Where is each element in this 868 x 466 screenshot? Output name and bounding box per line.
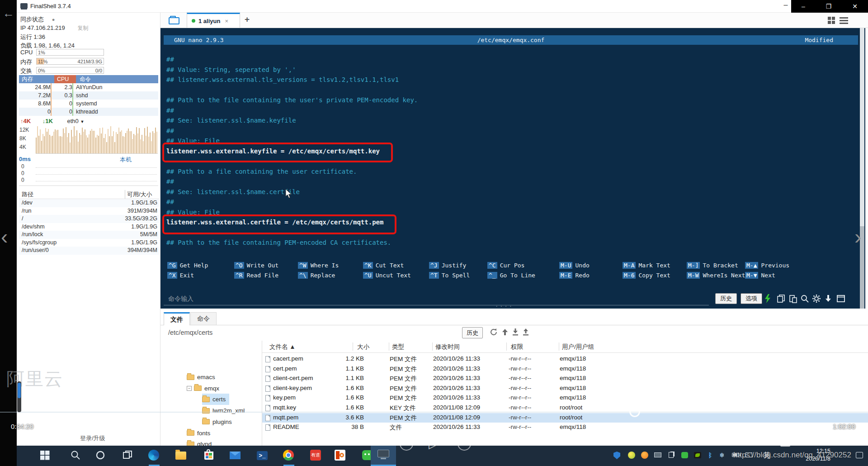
terminal-history-button[interactable]: 历史 xyxy=(715,293,737,304)
upload-file-icon[interactable] xyxy=(522,328,531,337)
wechat-tray-tray-icon[interactable] xyxy=(681,452,689,459)
bluetooth-tray-icon[interactable]: ᛒ xyxy=(707,452,714,459)
close-tab-icon[interactable]: × xyxy=(225,18,228,24)
speaker-icon[interactable] xyxy=(18,434,31,446)
video-progress-line[interactable] xyxy=(0,412,868,413)
terminal-options-button[interactable]: 选项 xyxy=(741,293,762,304)
tree-item-lwm2m_xml[interactable]: lwm2m_xml xyxy=(202,405,248,416)
image-icon[interactable] xyxy=(780,439,790,447)
layout-list-icon[interactable] xyxy=(840,17,848,24)
mem-label: 内存 xyxy=(20,58,32,66)
video-progress-handle[interactable] xyxy=(629,406,640,417)
terminal-scrollbar[interactable] xyxy=(860,28,864,309)
interface-select[interactable]: eth0 ▼ xyxy=(67,118,85,124)
search-icon[interactable] xyxy=(70,450,82,462)
file-row-client-cert.pem[interactable]: client-cert.pem1.1 KBPEM 文件2020/10/26 11… xyxy=(262,374,868,384)
notification-center-icon[interactable] xyxy=(856,452,863,458)
tree-item-emacs[interactable]: emacs xyxy=(187,371,219,383)
volume-slider[interactable] xyxy=(17,381,21,412)
finalshell-taskbar-active[interactable] xyxy=(371,446,396,466)
refresh-icon[interactable] xyxy=(490,328,499,337)
comment-line: ## xyxy=(166,105,418,116)
path-history-button[interactable]: 历史 xyxy=(462,327,483,338)
explorer-icon[interactable] xyxy=(175,450,188,462)
nvidia-tray-icon[interactable] xyxy=(694,452,702,459)
net-bar xyxy=(64,133,65,153)
shield-tray-icon[interactable] xyxy=(613,452,621,459)
play-button[interactable]: ▷ xyxy=(429,437,438,451)
column-header[interactable]: 修改时间 xyxy=(435,343,460,351)
pencil-icon[interactable]: ✎ xyxy=(746,437,754,448)
nano-shortcut: ^JJustify xyxy=(429,262,487,271)
search-icon[interactable] xyxy=(800,294,810,303)
chrome-icon[interactable] xyxy=(283,450,295,462)
tree-item-certs[interactable]: certs xyxy=(202,394,229,405)
lightning-icon[interactable] xyxy=(764,294,774,303)
player-minimize-icon[interactable]: – xyxy=(802,3,805,10)
upload-rate: ↑4K xyxy=(20,118,31,124)
session-tab-aliyun[interactable]: 1 aliyun × xyxy=(187,13,240,28)
tencent-video-tray-icon[interactable] xyxy=(641,452,649,459)
column-header[interactable]: 文件名 ▲ xyxy=(269,343,296,351)
file-row-cert.pem[interactable]: cert.pem1.1 KBPEM 文件2020/10/26 11:33-rw-… xyxy=(262,364,868,374)
new-tab-button[interactable]: + xyxy=(245,14,250,24)
download-arrow-icon[interactable] xyxy=(824,294,834,303)
more-icon[interactable]: ··· xyxy=(856,440,865,447)
file-row-client-key.pem[interactable]: client-key.pem1.6 KBPEM 文件2020/10/26 11:… xyxy=(262,384,868,394)
office-icon[interactable] xyxy=(335,450,347,462)
copy-ip-link[interactable]: 复制 xyxy=(77,25,88,31)
net-bar xyxy=(94,131,95,153)
paste-icon[interactable] xyxy=(788,294,798,303)
back-arrow-icon[interactable]: ← xyxy=(3,6,14,20)
login-upgrade-link[interactable]: 登录/升级 xyxy=(80,434,105,442)
net-bar xyxy=(147,127,148,153)
prev-chevron-icon[interactable]: ‹ xyxy=(1,224,8,249)
file-row-mqtt.pem[interactable]: mqtt.pem3.6 KBPEM 文件2020/11/08 12:09-rw-… xyxy=(262,413,868,423)
command-input[interactable]: 命令输入 xyxy=(168,295,193,303)
column-header[interactable]: 用户/用户组 xyxy=(562,343,594,351)
collapse-icon[interactable]: − xyxy=(187,386,192,391)
file-row-cacert.pem[interactable]: cacert.pem1.2 KBPEM 文件2020/10/26 11:33-r… xyxy=(262,354,868,364)
display-tray-icon[interactable] xyxy=(654,452,662,459)
gear-icon[interactable] xyxy=(812,294,822,303)
tree-item-plugins[interactable]: plugins xyxy=(202,416,236,428)
next-chevron-icon[interactable]: › xyxy=(854,224,861,249)
tree-item-emqx[interactable]: −emqx xyxy=(187,383,223,394)
snowflake-tray-icon[interactable]: ❄ xyxy=(718,452,726,459)
file-row-README[interactable]: README38 B文件2020/10/26 11:33-rw-r--r--em… xyxy=(262,423,868,433)
store-icon[interactable] xyxy=(203,450,215,462)
up-directory-icon[interactable] xyxy=(501,328,510,337)
download-file-icon[interactable] xyxy=(511,328,520,337)
column-header[interactable]: 类型 xyxy=(392,343,404,351)
skip-back-button[interactable]: 10 xyxy=(400,437,413,451)
skip-forward-button[interactable]: 30 xyxy=(458,437,471,451)
path-input[interactable]: /etc/emqx/certs xyxy=(168,329,212,336)
player-close-icon[interactable]: ✕ xyxy=(852,3,858,10)
column-header[interactable]: 权限 xyxy=(511,343,523,351)
clipboard-tray-icon[interactable] xyxy=(668,452,675,459)
tab-files[interactable]: 文件 xyxy=(164,312,190,325)
tree-item-glvnd[interactable]: glvnd xyxy=(187,438,215,446)
file-row-key.pem[interactable]: key.pem1.6 KBPEM 文件2020/10/26 11:33-rw-r… xyxy=(262,393,868,403)
mail-icon[interactable] xyxy=(230,450,242,462)
edge-icon[interactable] xyxy=(148,450,160,462)
window-icon[interactable] xyxy=(836,294,846,303)
tree-item-fonts[interactable]: fonts xyxy=(187,428,214,439)
copy-icon[interactable] xyxy=(777,294,787,303)
player-restore-icon[interactable]: ❐ xyxy=(826,3,832,10)
task-view-icon[interactable] xyxy=(122,450,134,462)
volume-thumb[interactable] xyxy=(18,383,21,398)
cortana-icon[interactable] xyxy=(95,450,107,462)
player-window-controls[interactable]: – ❐ ✕ xyxy=(791,0,868,13)
column-header[interactable]: 大小 xyxy=(357,343,369,351)
minimize-button[interactable]: – xyxy=(780,1,792,11)
layout-grid-icon[interactable] xyxy=(828,17,835,24)
qq-music-tray-icon[interactable] xyxy=(628,452,636,459)
open-connections-button[interactable] xyxy=(165,14,185,27)
comment-icon[interactable] xyxy=(42,436,54,445)
terminal[interactable]: GNU nano 2.9.3 /etc/emqx/emqx.conf Modif… xyxy=(160,28,865,309)
powershell-icon[interactable]: >_ xyxy=(257,450,269,462)
youdao-icon[interactable]: 有道 xyxy=(310,450,322,462)
tab-commands[interactable]: 命令 xyxy=(190,312,217,325)
start-icon[interactable] xyxy=(39,450,52,462)
